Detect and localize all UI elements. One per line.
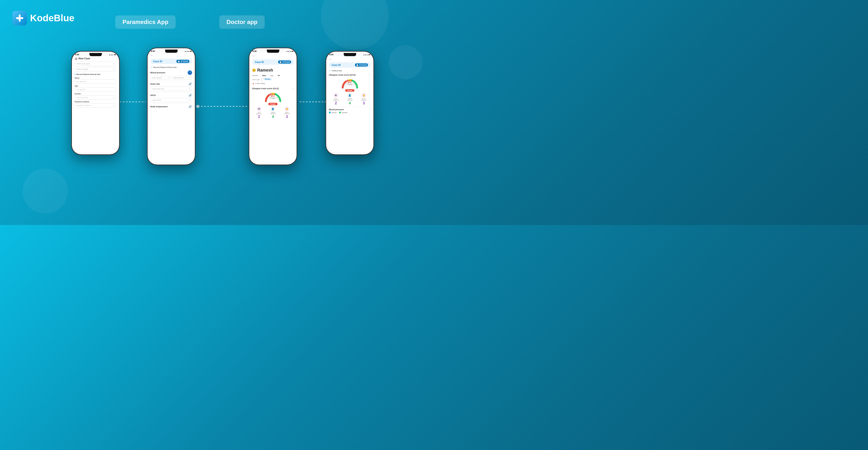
main-wrapper: KodeBlue Paramedics App Doctor app — [0, 0, 434, 225]
p1-case-type[interactable]: select case type ∨ — [74, 62, 116, 66]
p3-eye-response: 👁 Eyeresponse 2 — [256, 107, 262, 119]
p2-systolic[interactable]: select Systolic ∨ — [150, 76, 171, 80]
p3-status-icons: ▲▲▲ ■■ — [286, 51, 293, 52]
phone-2-screen: 9:30 ▲▲▲ ■■ ← Case ID — [148, 48, 195, 165]
p3-eye-icon: 👁 — [257, 107, 261, 111]
p4-diastolic-legend: Diastolic — [339, 112, 347, 113]
p3-case-type: case type | Stroke — [252, 77, 294, 82]
p1-status-icons: ▲▲▲ ■■ — [109, 54, 116, 55]
p2-divider-2 — [150, 92, 192, 92]
p2-time: 9:30 — [151, 50, 155, 52]
p4-status-icons: ▲▲▲ ■■ — [363, 54, 370, 55]
p4-case-id-value: 📋 XYZ123 — [355, 63, 368, 66]
p1-time: 9:30 — [75, 53, 79, 56]
logo-svg — [15, 13, 24, 23]
p2-bp-mic[interactable]: 🎤 — [188, 71, 192, 75]
p2-diastolic[interactable]: select Diastolic ∨ — [172, 76, 192, 80]
p1-payment-input[interactable]: Payment method ∨ — [74, 103, 116, 108]
p3-patient-name-row: 😊 Ramesh — [252, 66, 294, 74]
p3-case-id-value: 📋 XYZ123 — [278, 60, 291, 64]
p1-age-input[interactable]: ex: Age 48 — [74, 87, 116, 92]
p4-verbal-icon: 👤 — [347, 93, 352, 97]
p2-spo2-header: SPO2 🎤 — [150, 93, 192, 97]
bg-circle-3 — [389, 45, 423, 79]
p3-response-row: 👁 Eyeresponse 2 👤 Verbalresponse 4 🤚 Mot… — [252, 107, 294, 119]
p2-case-id: Case ID 📋 XYZ123 — [150, 59, 192, 64]
svg-point-5 — [196, 105, 199, 108]
p3-distance: 📍 2.4km away — [252, 82, 294, 86]
p2-temp-header: Body temperature 🎤 — [150, 105, 192, 109]
phone-2: 9:30 ▲▲▲ ■■ ← Case ID — [147, 48, 195, 165]
p1-notch — [89, 53, 102, 56]
p3-case-id: Case ID 📋 XYZ123 — [252, 59, 294, 65]
p3-patient-meta: Gender | Male | Age | 48 — [252, 75, 294, 77]
p3-time: 9:30 — [252, 50, 256, 52]
connector-2 — [195, 102, 252, 111]
p1-gender-input[interactable]: select Gender ∨ — [74, 95, 116, 100]
p4-gcs-gauge: 3 15 07 Points Danger — [329, 77, 371, 92]
p2-heartrate-input[interactable]: select Heart rate ∨ — [150, 87, 192, 91]
p4-gcs-points: 07 Points — [347, 80, 352, 85]
p3-motor-icon: 🤚 — [285, 107, 289, 111]
p4-bp-title: Blood pressure ↑ — [329, 108, 371, 111]
p4-eye-icon: 👁 — [334, 93, 338, 97]
p2-hr-mic[interactable]: 🎤 — [188, 82, 192, 86]
phone-4: 9:30 ▲▲▲ ■■ ← Case ID — [326, 51, 374, 155]
p2-vitals-header: 〜 Record Patient VITALS Info — [150, 66, 192, 69]
phone-4-screen: 9:30 ▲▲▲ ■■ ← Case ID — [326, 52, 373, 154]
p1-info-section-header: ℹ Record Patient General Info — [74, 73, 116, 76]
svg-text:15: 15 — [356, 88, 358, 89]
phone-3-screen: 9:30 ▲▲▲ ■■ ← Case ID — [249, 48, 297, 165]
phone-1-screen: 9:30 ▲▲▲ ■■ 🚑 New Case — [72, 52, 119, 154]
p1-hospital[interactable]: select hospital ∨ — [74, 67, 116, 71]
p1-name-label: Name — [74, 77, 116, 79]
p4-motor-icon: 🤚 — [362, 93, 366, 97]
p2-spo2-input[interactable]: select SPO2 ∨ — [150, 98, 192, 102]
p4-back-btn[interactable]: ← — [329, 57, 371, 61]
phones-section: Paramedics App Doctor app — [50, 0, 384, 225]
p1-age-label: Age — [74, 85, 116, 87]
p2-hr-header: Heart rate 🎤 — [150, 82, 192, 86]
svg-text:3: 3 — [265, 102, 266, 102]
p3-back-btn[interactable]: ← — [252, 54, 294, 58]
p4-time: 9:30 — [329, 53, 333, 56]
logo-icon — [12, 11, 27, 25]
p4-response-row: 👁 Eyeresponse 2 👤 Verbalresponse 4 🤚 Mot… — [329, 93, 371, 105]
p3-danger-badge: Danger — [268, 103, 277, 105]
p4-danger-badge: Danger — [345, 89, 354, 92]
p4-bp-legend: Systolic Diastolic — [329, 112, 371, 113]
p4-gcs-title: Glasgow coma score (GCS) ↑ — [329, 74, 371, 76]
p2-spo2-mic[interactable]: 🎤 — [188, 93, 192, 97]
p2-notch — [165, 50, 178, 53]
p4-verbal-response: 👤 Verbalresponse 4 — [347, 93, 352, 105]
p4-eye-response: 👁 Eyeresponse 2 — [333, 93, 339, 105]
phone-3: 9:30 ▲▲▲ ■■ ← Case ID — [249, 48, 297, 165]
p4-vitals-label: 〜 VITALS Info — [329, 69, 371, 72]
p2-bp-inputs: select Systolic ∨ select Diastolic ∨ — [150, 76, 192, 80]
p4-notch — [344, 53, 356, 56]
p4-systolic-legend: Systolic — [329, 112, 337, 113]
p2-back[interactable]: ← — [150, 54, 153, 57]
p3-verbal-icon: 👤 — [271, 107, 275, 111]
p4-case-id: Case ID 📋 XYZ123 — [329, 62, 371, 68]
connector-3 — [297, 97, 329, 106]
p3-verbal-response: 👤 Verbalresponse 4 — [270, 107, 276, 119]
p1-gender-label: Gender — [74, 93, 116, 95]
svg-text:15: 15 — [280, 102, 281, 102]
phone-1: 9:30 ▲▲▲ ■■ 🚑 New Case — [71, 51, 120, 155]
doctor-label: Doctor app — [219, 16, 265, 29]
p3-gcs-title: Glasgow coma score (GCS) ↑ — [252, 87, 294, 90]
p2-bp-header: Blood pressure 🎤 — [150, 71, 192, 75]
p3-gcs-gauge: 3 15 07 Points Danger — [252, 91, 294, 105]
p1-payment-label: Payment method — [74, 101, 116, 103]
p3-gcs-points: 07 Points — [271, 93, 275, 99]
p1-name-input[interactable]: ex: Ramesh — [74, 80, 116, 84]
p2-header: ← — [150, 54, 192, 57]
p3-notch — [267, 50, 279, 53]
p2-case-id-value: 📋 XYZ123 — [176, 60, 189, 63]
paramedics-label: Paramedics App — [115, 16, 176, 29]
p1-title: 🚑 New Case — [74, 57, 116, 60]
p4-motor-response: 🤚 Motorresponse 3 — [361, 93, 367, 105]
p2-temp-mic[interactable]: 🎤 — [188, 105, 192, 109]
svg-text:3: 3 — [342, 88, 343, 89]
